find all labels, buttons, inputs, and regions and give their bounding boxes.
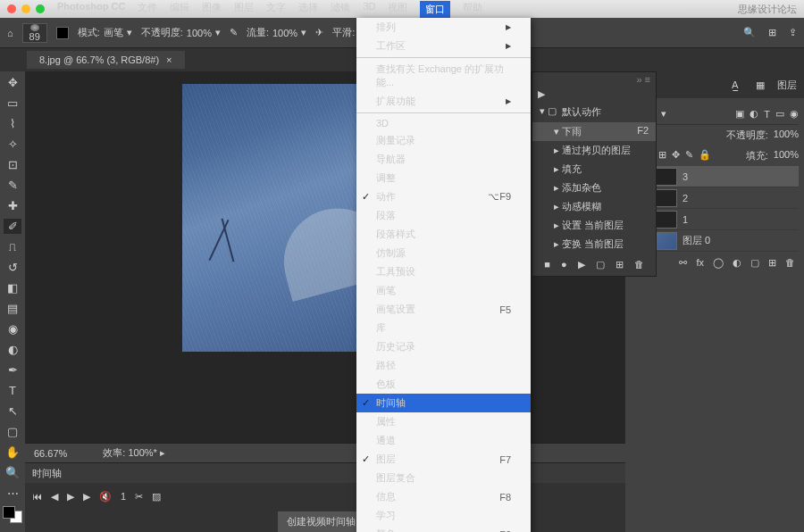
path-tool[interactable]: ↖ <box>4 403 21 419</box>
menu-edit[interactable]: 编辑 <box>170 1 189 18</box>
crop-tool[interactable]: ⊡ <box>4 157 21 172</box>
rec-icon[interactable]: ● <box>561 259 567 270</box>
dodge-tool[interactable]: ◐ <box>4 342 21 357</box>
menu-help[interactable]: 帮助 <box>463 1 482 18</box>
menu-filter[interactable]: 滤镜 <box>331 1 350 18</box>
action-step[interactable]: ▸ 设置 当前图层 <box>532 216 656 235</box>
airbrush-icon[interactable]: ✈ <box>315 27 323 38</box>
tl-cut-icon[interactable]: ✂ <box>135 491 143 503</box>
tl-transition-icon[interactable]: ▨ <box>152 491 161 503</box>
menu-item[interactable]: 工具预设 <box>356 262 531 281</box>
menu-item[interactable]: 段落样式 <box>356 225 531 244</box>
marquee-tool[interactable]: ▭ <box>4 96 21 111</box>
layer-fill[interactable]: 100% <box>774 149 799 162</box>
fx-icon[interactable]: fx <box>696 257 704 269</box>
menu-item[interactable]: 图层F7 <box>356 450 531 469</box>
move-tool[interactable]: ✥ <box>4 75 21 90</box>
lock-icon[interactable]: 🔒 <box>699 149 711 162</box>
filter-image-icon[interactable]: ▣ <box>735 108 744 120</box>
menu-3d[interactable]: 3D <box>363 1 375 18</box>
action-step[interactable]: ▸ 填充 <box>532 160 656 179</box>
tl-first-icon[interactable]: ⏮ <box>32 491 42 502</box>
menu-type[interactable]: 文字 <box>266 1 286 18</box>
layer-opacity[interactable]: 100% <box>774 129 799 142</box>
workspace-icon[interactable]: ⊞ <box>768 27 776 38</box>
eraser-tool[interactable]: ◧ <box>4 280 21 295</box>
layers-tab[interactable]: 图层 <box>777 77 797 93</box>
menu-item[interactable]: 信息F8 <box>356 487 531 506</box>
menu-item[interactable]: 历史记录 <box>356 337 531 356</box>
type-tool[interactable]: T <box>4 383 21 398</box>
mask-icon[interactable]: ◯ <box>713 257 724 269</box>
menu-item[interactable]: 图层复合 <box>356 469 531 487</box>
blur-tool[interactable]: ◉ <box>4 321 21 337</box>
action-step[interactable]: ▸ 添加杂色 <box>532 179 656 197</box>
zoom-value[interactable]: 66.67% <box>34 448 67 459</box>
menu-item[interactable]: 动作⌥F9 <box>356 187 531 206</box>
new-action-icon[interactable]: ⊞ <box>616 259 624 270</box>
menu-window[interactable]: 窗口 <box>420 1 450 18</box>
menu-item[interactable]: 画笔设置F5 <box>356 300 531 319</box>
trash-icon[interactable]: 🗑 <box>634 259 644 270</box>
minimize-window-icon[interactable] <box>21 4 30 13</box>
opacity-input[interactable]: 100% <box>187 28 212 38</box>
menu-item[interactable]: 工作区 <box>356 37 531 55</box>
group-icon[interactable]: ▢ <box>750 257 759 269</box>
action-item[interactable]: ▾ 下雨F2 <box>532 122 656 141</box>
filter-shape-icon[interactable]: ▭ <box>775 108 784 120</box>
menu-item[interactable]: 测量记录 <box>356 131 531 150</box>
stop-icon[interactable]: ■ <box>544 259 550 270</box>
wand-tool[interactable]: ✧ <box>4 137 21 152</box>
tl-prev-icon[interactable]: ◀ <box>51 491 58 503</box>
flow-input[interactable]: 100% <box>272 28 297 38</box>
zoom-tool[interactable]: 🔍 <box>4 465 21 480</box>
filter-smart-icon[interactable]: ◉ <box>790 108 799 120</box>
home-icon[interactable]: ⌂ <box>7 28 13 38</box>
brush-preview[interactable]: 89 <box>22 23 47 43</box>
share-icon[interactable]: ⇪ <box>789 27 797 38</box>
menu-item[interactable]: 3D <box>356 115 531 131</box>
menu-item[interactable]: 导航器 <box>356 150 531 169</box>
menu-item[interactable]: 学习 <box>356 506 531 525</box>
stamp-tool[interactable]: ⎍ <box>4 239 21 254</box>
menu-item[interactable]: 通道 <box>356 431 531 450</box>
new-set-icon[interactable]: ▢ <box>596 259 605 270</box>
lock-pos-icon[interactable]: ✥ <box>672 149 680 162</box>
menu-image[interactable]: 图像 <box>202 1 222 18</box>
action-step[interactable]: ▸ 变换 当前图层 <box>532 235 656 254</box>
menu-item[interactable]: 查找有关 Exchange 的扩展功能... <box>356 60 531 92</box>
document-tab[interactable]: 8.jpg @ 66.7% (3, RGB/8#) × <box>27 51 185 69</box>
brush-swatch[interactable] <box>56 27 69 39</box>
pen-tool[interactable]: ✒ <box>4 362 21 378</box>
search-icon[interactable]: 🔍 <box>743 27 756 38</box>
brush-tool[interactable]: ✐ <box>4 219 21 234</box>
menu-file[interactable]: 文件 <box>138 1 157 18</box>
menu-item[interactable]: 色板 <box>356 375 531 394</box>
play-icon[interactable]: ▶ <box>578 259 585 270</box>
delete-layer-icon[interactable]: 🗑 <box>785 257 795 269</box>
color-picker[interactable] <box>3 506 22 523</box>
menu-item[interactable]: 颜色F6 <box>356 525 531 532</box>
tl-audio-icon[interactable]: 🔇 <box>99 491 112 503</box>
menu-item[interactable]: 画笔 <box>356 281 531 300</box>
tl-next-icon[interactable]: ▶ <box>83 491 90 503</box>
swatches-panel-icon[interactable]: ▦ <box>752 77 768 93</box>
menu-item[interactable]: 时间轴 <box>356 394 531 412</box>
action-step[interactable]: ▸ 通过拷贝的图层 <box>532 141 656 160</box>
eyedropper-tool[interactable]: ✎ <box>4 178 21 193</box>
lock-all-icon[interactable]: ⊞ <box>658 149 666 162</box>
menu-view[interactable]: 视图 <box>388 1 407 18</box>
menu-layer[interactable]: 图层 <box>234 1 254 18</box>
adjust-layer-icon[interactable]: ◐ <box>733 257 741 269</box>
heal-tool[interactable]: ✚ <box>4 198 21 213</box>
menu-item[interactable]: 路径 <box>356 356 531 375</box>
hand-tool[interactable]: ✋ <box>4 445 21 460</box>
history-brush-tool[interactable]: ↺ <box>4 260 21 275</box>
tl-play-icon[interactable]: ▶ <box>67 491 74 503</box>
menu-item[interactable]: 段落 <box>356 206 531 225</box>
menu-item[interactable]: 扩展功能 <box>356 92 531 111</box>
pressure-opacity-icon[interactable]: ✎ <box>230 27 238 38</box>
close-tab-icon[interactable]: × <box>166 54 172 65</box>
edit-toolbar[interactable]: ⋯ <box>4 486 21 501</box>
menu-item[interactable]: 仿制源 <box>356 244 531 262</box>
